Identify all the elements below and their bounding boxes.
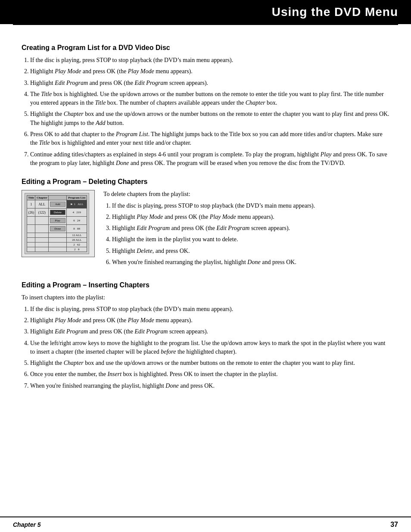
cell: ► 1 ALL [67, 200, 87, 208]
cell [49, 247, 67, 252]
cell: 2 62 [67, 243, 87, 247]
inserting-intro: To insert chapters into the playlist: [22, 293, 389, 302]
col-title: Title [27, 196, 35, 200]
deleting-steps-col: To delete chapters from the playlist: If… [103, 190, 389, 271]
col-program-list: Program List [67, 196, 87, 200]
list-item: If the disc is playing, press STOP to st… [30, 56, 389, 65]
list-item: Press OK to add that chapter to the Prog… [30, 130, 389, 148]
page-footer: Chapter 5 37 [0, 516, 411, 532]
cell: Play [49, 217, 67, 225]
cell [27, 247, 35, 252]
cell [27, 238, 35, 243]
cell: 6 24 [67, 217, 87, 225]
cell [49, 233, 67, 238]
list-item: Highlight Edit Program and press OK (the… [112, 224, 389, 233]
cell [27, 243, 35, 247]
dvd-ui-inner: Title Chapter Program List 1 ALL Add [25, 193, 89, 254]
footer-page-number: 37 [390, 521, 398, 529]
list-item: Highlight the item in the playlist you w… [112, 235, 389, 244]
cell [49, 243, 67, 247]
footer-chapter: Chapter 5 [13, 521, 41, 528]
list-item: Highlight Play Mode and press OK (the Pl… [112, 213, 389, 221]
cell: 8 88 [67, 225, 87, 233]
section-heading-inserting: Editing a Program – Inserting Chapters [22, 281, 389, 289]
list-item: Highlight Play Mode and press OK (the Pl… [30, 67, 389, 76]
cell: Done [49, 225, 67, 233]
cell [35, 238, 49, 243]
cell: 1 [27, 200, 35, 208]
page-content: Creating a Program List for a DVD Video … [0, 25, 411, 403]
delete-btn: Delete [50, 210, 65, 215]
section-inserting: Editing a Program – Inserting Chapters T… [22, 281, 389, 390]
list-item: Highlight the Chapter box and use the up… [30, 110, 389, 128]
cell: (26) [27, 208, 35, 217]
play-btn: Play [50, 218, 65, 223]
cell [27, 233, 35, 238]
section-creating: Creating a Program List for a DVD Video … [22, 44, 389, 168]
list-item: Highlight the Chapter box and use the up… [30, 359, 389, 367]
deleting-layout: Title Chapter Program List 1 ALL Add [22, 190, 389, 271]
cell: (122) [35, 208, 49, 217]
list-item: Highlight Delete, and press OK. [112, 247, 389, 255]
deleting-intro: To delete chapters from the playlist: [103, 190, 389, 199]
dvd-ui-table: Title Chapter Program List 1 ALL Add [27, 195, 87, 252]
list-item: When you're finished rearranging the pla… [30, 382, 389, 390]
list-item: When you're finished rearranging the pla… [112, 258, 389, 267]
section-heading-deleting: Editing a Program – Deleting Chapters [22, 178, 389, 186]
cell: Delete [49, 208, 67, 217]
list-item: Continue adding titles/chapters as expla… [30, 150, 389, 168]
cell: 12 ALL [67, 233, 87, 238]
list-item: Highlight Edit Program and press OK (the… [30, 79, 389, 87]
cell: 2 9 [67, 247, 87, 252]
cell [35, 225, 49, 233]
cell: ALL [35, 200, 49, 208]
deleting-steps: If the disc is playing, press STOP to st… [112, 202, 389, 267]
list-item: Highlight Edit Program and press OK (the… [30, 327, 389, 336]
section-heading-creating: Creating a Program List for a DVD Video … [22, 44, 389, 52]
cell: Add [49, 200, 67, 208]
list-item: If the disc is playing, press STOP to st… [112, 202, 389, 210]
col-chapter: Chapter [35, 196, 49, 200]
list-item: Use the left/right arrow keys to move th… [30, 339, 389, 357]
list-item: Highlight Play Mode and press OK (the Pl… [30, 316, 389, 325]
list-item: The Title box is highlighted. Use the up… [30, 90, 389, 108]
cell [35, 217, 49, 225]
cell [35, 247, 49, 252]
cell: 4 219 [67, 208, 87, 217]
section-deleting: Editing a Program – Deleting Chapters Ti… [22, 178, 389, 271]
page-title: Using the DVD Menu [272, 5, 398, 19]
list-item: Once you enter the number, the Insert bo… [30, 370, 389, 379]
cell [49, 238, 67, 243]
cell [35, 243, 49, 247]
cell [27, 225, 35, 233]
cell: 20 ALL [67, 238, 87, 243]
page-header: Using the DVD Menu [0, 0, 411, 24]
done-btn: Done [50, 226, 65, 231]
cell [35, 233, 49, 238]
page: Using the DVD Menu Creating a Program Li… [0, 0, 411, 532]
list-item: If the disc is playing, press STOP to st… [30, 305, 389, 314]
cell [27, 217, 35, 225]
dvd-ui-panel: Title Chapter Program List 1 ALL Add [22, 190, 95, 257]
creating-steps: If the disc is playing, press STOP to st… [30, 56, 389, 168]
inserting-steps: If the disc is playing, press STOP to st… [30, 305, 389, 390]
add-btn: Add [50, 202, 65, 207]
col-buttons [49, 196, 67, 200]
